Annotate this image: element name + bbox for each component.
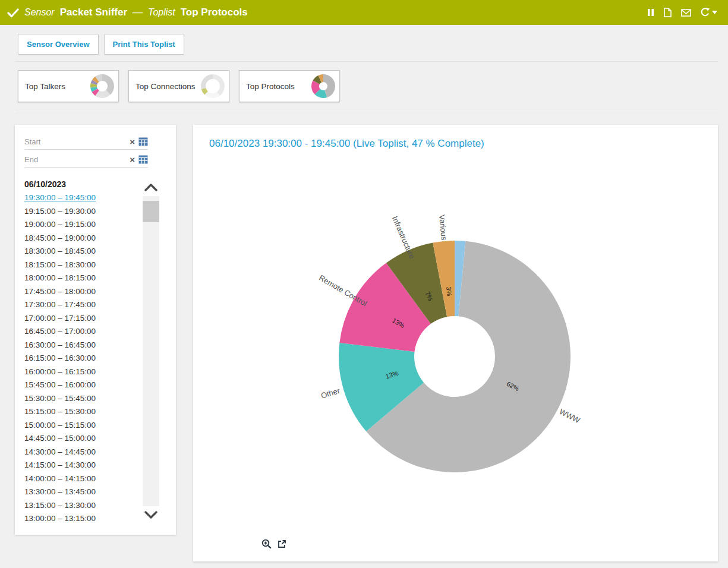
time-range-item[interactable]: 15:00:00 – 15:15:00 <box>24 419 137 433</box>
toplist-chart-panel: 06/10/2023 19:30:00 - 19:45:00 (Live Top… <box>193 125 718 561</box>
start-calendar-icon[interactable] <box>138 137 148 146</box>
scrollbar-up-button[interactable] <box>143 178 159 196</box>
email-icon[interactable] <box>681 9 691 17</box>
chevron-down-icon <box>144 511 157 519</box>
time-list-scrollbar <box>143 178 159 524</box>
pie-thumbnail-icon <box>90 74 115 99</box>
tab-top-talkers[interactable]: Top Talkers <box>18 70 119 102</box>
tab-label: Top Talkers <box>25 82 65 91</box>
time-range-item[interactable]: 15:15:00 – 15:30:00 <box>24 405 137 419</box>
breadcrumb: Sensor Packet Sniffer — Toplist Top Prot… <box>7 7 248 18</box>
time-range-item[interactable]: 19:30:00 – 19:45:00 <box>24 191 137 205</box>
zoom-chart-icon[interactable] <box>261 539 272 549</box>
divider <box>15 61 718 62</box>
time-range-item[interactable]: 18:30:00 – 18:45:00 <box>24 245 137 258</box>
page: Sensor Packet Sniffer — Toplist Top Prot… <box>0 0 728 568</box>
time-range-item[interactable]: 13:00:00 – 13:15:00 <box>24 512 137 526</box>
slice-name-label: WWW <box>558 407 582 425</box>
scrollbar-thumb[interactable] <box>143 201 159 222</box>
clear-end-icon[interactable]: × <box>126 155 138 164</box>
tab-label: Top Connections <box>135 82 196 91</box>
print-toplist-button[interactable]: Print This Toplist <box>104 34 184 55</box>
time-range-item[interactable]: 19:15:00 – 19:30:00 <box>24 205 137 219</box>
report-icon[interactable] <box>663 8 672 17</box>
chart-title: 06/10/2023 19:30:00 - 19:45:00 (Live Top… <box>209 138 484 150</box>
time-range-item[interactable]: 13:15:00 – 13:30:00 <box>24 499 137 513</box>
time-range-item[interactable]: 15:45:00 – 16:00:00 <box>24 378 137 392</box>
slice-name-label: Various <box>437 214 449 241</box>
pie-thumbnail-icon <box>311 74 336 99</box>
slice-percent-label: 3% <box>445 286 453 296</box>
header-actions <box>647 8 717 17</box>
time-range-item[interactable]: 18:15:00 – 18:30:00 <box>24 258 137 272</box>
donut-slice <box>201 74 213 89</box>
date-heading: 06/10/2023 <box>24 179 66 189</box>
refresh-button[interactable] <box>700 8 717 17</box>
breadcrumb-toplist-label: Toplist <box>148 7 175 18</box>
time-range-item[interactable]: 13:30:00 – 13:45:00 <box>24 485 137 499</box>
refresh-icon <box>700 8 710 17</box>
protocol-donut-chart: 62%WWW13%Other13%Remote Control7%Infrast… <box>193 157 718 532</box>
sensor-overview-button[interactable]: Sensor Overview <box>18 34 99 55</box>
slice-name-label: Other <box>320 386 341 400</box>
tab-top-protocols[interactable]: Top Protocols <box>239 70 340 102</box>
open-in-new-window-icon[interactable] <box>278 539 286 548</box>
end-date-field: × <box>24 152 148 168</box>
time-range-item[interactable]: 16:30:00 – 16:45:00 <box>24 339 137 352</box>
time-range-list: 19:30:00 – 19:45:0019:15:00 – 19:30:0019… <box>24 191 137 526</box>
donut-slice <box>213 74 225 96</box>
time-range-item[interactable]: 18:45:00 – 19:00:00 <box>24 232 137 245</box>
scrollbar-down-button[interactable] <box>143 506 159 524</box>
time-range-item[interactable]: 16:15:00 – 16:30:00 <box>24 352 137 365</box>
sensor-name[interactable]: Packet Sniffer <box>60 7 127 18</box>
tab-top-connections[interactable]: Top Connections <box>128 70 229 102</box>
time-range-item[interactable]: 14:45:00 – 15:00:00 <box>24 432 137 446</box>
divider <box>15 112 718 112</box>
time-filter-panel: × × 06/10/2023 19:30:00 – 19:45:0019:15:… <box>15 125 176 535</box>
toolbar: Sensor Overview Print This Toplist <box>18 34 184 55</box>
header-bar: Sensor Packet Sniffer — Toplist Top Prot… <box>0 0 728 25</box>
time-range-item[interactable]: 18:00:00 – 18:15:00 <box>24 272 137 285</box>
start-date-input[interactable] <box>24 137 126 146</box>
toplist-tabs: Top TalkersTop ConnectionsTop Protocols <box>18 70 340 102</box>
time-range-item[interactable]: 14:30:00 – 14:45:00 <box>24 446 137 459</box>
pause-icon[interactable] <box>647 8 654 17</box>
chart-actions <box>261 539 286 549</box>
breadcrumb-separator: — <box>133 7 143 18</box>
time-range-item[interactable]: 16:45:00 – 17:00:00 <box>24 325 137 339</box>
time-range-item[interactable]: 14:15:00 – 14:30:00 <box>24 459 137 472</box>
tab-label: Top Protocols <box>246 82 295 91</box>
pie-thumbnail-icon <box>200 74 225 99</box>
time-range-item[interactable]: 16:00:00 – 16:15:00 <box>24 365 137 379</box>
time-range-item[interactable]: 17:45:00 – 18:00:00 <box>24 285 137 299</box>
time-range-item[interactable]: 14:00:00 – 14:15:00 <box>24 472 137 486</box>
time-range-item[interactable]: 17:30:00 – 17:45:00 <box>24 298 137 312</box>
clear-start-icon[interactable]: × <box>126 137 138 146</box>
start-date-field: × <box>24 134 148 150</box>
chevron-up-icon <box>144 183 157 191</box>
time-range-item[interactable]: 19:00:00 – 19:15:00 <box>24 218 137 232</box>
scrollbar-track[interactable] <box>143 196 159 506</box>
page-title: Top Protocols <box>181 7 248 18</box>
time-range-item[interactable]: 17:00:00 – 17:15:00 <box>24 312 137 326</box>
time-range-item[interactable]: 15:30:00 – 15:45:00 <box>24 392 137 406</box>
end-date-input[interactable] <box>24 155 126 164</box>
end-calendar-icon[interactable] <box>138 155 148 164</box>
caret-down-icon <box>712 11 717 14</box>
breadcrumb-sensor-label: Sensor <box>24 7 55 18</box>
check-icon <box>7 8 19 18</box>
